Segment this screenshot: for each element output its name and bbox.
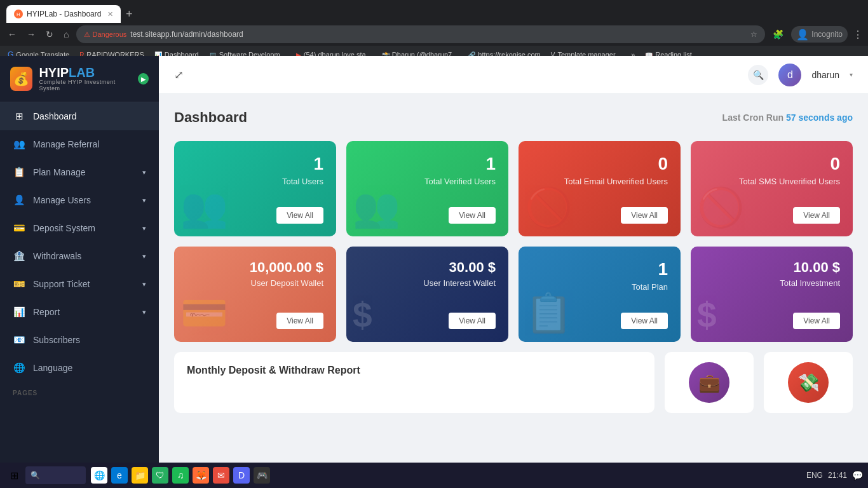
pages-section-label: PAGES <box>0 382 159 399</box>
monthly-report-card: Monthly Deposit & Withdraw Report <box>174 352 654 413</box>
card-value: 1 <box>359 154 496 174</box>
monthly-report-title: Monthly Deposit & Withdraw Report <box>187 365 642 376</box>
avatar: d <box>778 64 801 86</box>
taskbar-notification-icon[interactable]: 💬 <box>852 470 863 480</box>
sidebar-item-dashboard[interactable]: ⊞ Dashboard <box>0 102 159 130</box>
user-dropdown-arrow[interactable]: ▾ <box>850 71 853 78</box>
card-label: User Interest Wallet <box>359 278 496 288</box>
card-view-all-button[interactable]: View All <box>276 207 323 224</box>
search-button[interactable]: 🔍 <box>748 65 768 85</box>
taskbar-app-edge[interactable]: e <box>111 467 128 484</box>
sidebar-item-report[interactable]: 📊 Report ▾ <box>0 298 159 326</box>
taskbar: ⊞ 🔍 🌐 e 📁 🛡 ♫ 🦊 ✉ D 🎮 ENG 21:41 💬 <box>0 463 868 488</box>
taskbar-search-icon: 🔍 <box>31 471 40 480</box>
card-label: Total Investment <box>703 278 840 288</box>
tab-title: HYIPLab - Dashboard <box>27 10 101 18</box>
taskbar-search[interactable]: 🔍 <box>25 466 86 484</box>
taskbar-app-security[interactable]: 🛡 <box>152 467 168 484</box>
wallet-icon: 💼 <box>689 362 729 403</box>
sidebar-item-deposit-system[interactable]: 💳 Deposit System ▾ <box>0 214 159 242</box>
sidebar-item-label: Support Ticket <box>33 279 90 289</box>
card-view-all-button[interactable]: View All <box>793 207 840 224</box>
card-sms-unverified: 0 Total SMS Unverified Users 🚫 View All <box>691 141 853 236</box>
card-value: 10,000.00 $ <box>187 259 323 276</box>
chevron-down-icon: ▾ <box>142 168 146 177</box>
card-value: 1 <box>187 154 323 174</box>
taskbar-time: 21:41 <box>828 471 847 480</box>
browser-menu-button[interactable]: ⋮ <box>853 29 863 41</box>
taskbar-app-files[interactable]: 📁 <box>132 467 148 484</box>
taskbar-app-discord[interactable]: D <box>233 467 250 484</box>
extensions-button[interactable]: 🧩 <box>770 28 786 41</box>
taskbar-search-input[interactable] <box>43 471 81 479</box>
deposit-icon: 💳 <box>13 222 25 234</box>
card-value: 10.00 $ <box>703 259 840 276</box>
card-view-all-button[interactable]: View All <box>449 313 496 329</box>
card-email-unverified: 0 Total Email Unverified Users 🚫 View Al… <box>519 141 681 236</box>
sidebar-item-plan-manage[interactable]: 📋 Plan Manage ▾ <box>0 158 159 186</box>
card-bg-icon: $ <box>353 295 372 336</box>
card-bg-icon: 🚫 <box>697 185 745 230</box>
card-view-all-button[interactable]: View All <box>793 313 840 329</box>
card-view-all-button[interactable]: View All <box>621 313 668 329</box>
new-tab-button[interactable]: + <box>121 8 138 21</box>
sidebar-item-label: Subscribers <box>33 335 80 345</box>
tab-close-button[interactable]: ✕ <box>107 10 113 18</box>
card-bg-icon: 👥 <box>180 185 228 230</box>
referral-icon: 👥 <box>13 139 25 150</box>
start-button[interactable]: ⊞ <box>5 466 23 484</box>
forward-button[interactable]: → <box>24 28 38 41</box>
compress-icon[interactable]: ⤢ <box>174 68 184 82</box>
card-bg-icon: $ <box>697 295 717 336</box>
taskbar-app-mail[interactable]: ✉ <box>213 467 229 484</box>
cards-grid-row2: 10,000.00 $ User Deposit Wallet 💳 View A… <box>174 247 853 342</box>
card-view-all-button[interactable]: View All <box>449 207 496 224</box>
sidebar-item-language[interactable]: 🌐 Language <box>0 354 159 382</box>
profile-button[interactable]: 👤 Incognito <box>791 26 848 43</box>
ticket-icon: 🎫 <box>13 278 25 290</box>
chevron-down-icon: ▾ <box>142 196 146 205</box>
sidebar-item-label: Dashboard <box>33 111 77 121</box>
address-bar[interactable]: ⚠ Dangerous test.siteapp.fun/admin/dashb… <box>76 25 765 43</box>
logo-badge: ▶ <box>138 73 149 85</box>
main-content: Dashboard Last Cron Run 57 seconds ago 1… <box>159 94 868 463</box>
taskbar-app-chrome[interactable]: 🌐 <box>91 467 107 484</box>
taskbar-right: ENG 21:41 💬 <box>806 470 863 480</box>
chevron-down-icon: ▾ <box>142 280 146 288</box>
sidebar-item-label: Plan Manage <box>33 167 86 177</box>
card-value: 30.00 $ <box>359 259 496 276</box>
logo-icon: 💰 <box>10 67 32 91</box>
card-total-users: 1 Total Users 👥 View All <box>174 141 336 236</box>
cashout-icon: 💸 <box>788 362 829 403</box>
sidebar-item-label: Language <box>33 363 72 373</box>
taskbar-app-game[interactable]: 🎮 <box>254 467 270 484</box>
sidebar-item-subscribers[interactable]: 📧 Subscribers <box>0 326 159 354</box>
taskbar-app-firefox[interactable]: 🦊 <box>193 467 209 484</box>
taskbar-lang: ENG <box>806 471 823 480</box>
sidebar-item-support-ticket[interactable]: 🎫 Support Ticket ▾ <box>0 270 159 298</box>
top-header: ⤢ 🔍 d dharun ▾ <box>159 56 868 94</box>
page-title: Dashboard <box>174 109 247 126</box>
taskbar-app-spotify[interactable]: ♫ <box>172 467 189 484</box>
subscribers-icon: 📧 <box>13 334 25 346</box>
tab-favicon: H <box>14 10 23 18</box>
bookmark-star[interactable]: ☆ <box>750 30 757 39</box>
sidebar-item-manage-users[interactable]: 👤 Manage Users ▾ <box>0 186 159 214</box>
dashboard-icon: ⊞ <box>13 111 25 122</box>
chevron-down-icon: ▾ <box>142 308 146 316</box>
card-view-all-button[interactable]: View All <box>276 313 323 329</box>
reload-button[interactable]: ↻ <box>43 28 56 41</box>
users-icon: 👤 <box>13 194 25 206</box>
sidebar-item-withdrawals[interactable]: 🏦 Withdrawals ▾ <box>0 242 159 270</box>
card-view-all-button[interactable]: View All <box>621 207 668 224</box>
card-bg-icon: 🚫 <box>525 185 573 230</box>
back-button[interactable]: ← <box>5 28 19 41</box>
sidebar-item-label: Report <box>33 307 60 317</box>
sidebar-item-manage-referral[interactable]: 👥 Manage Referral <box>0 130 159 158</box>
sidebar-item-label: Manage Users <box>33 195 91 205</box>
home-button[interactable]: ⌂ <box>61 28 71 41</box>
sidebar-item-label: Deposit System <box>33 223 95 233</box>
active-browser-tab[interactable]: H HYIPLab - Dashboard ✕ <box>6 5 121 23</box>
card-total-plan: 1 Total Plan 📋 View All <box>519 247 681 342</box>
username-label[interactable]: dharun <box>811 70 839 80</box>
